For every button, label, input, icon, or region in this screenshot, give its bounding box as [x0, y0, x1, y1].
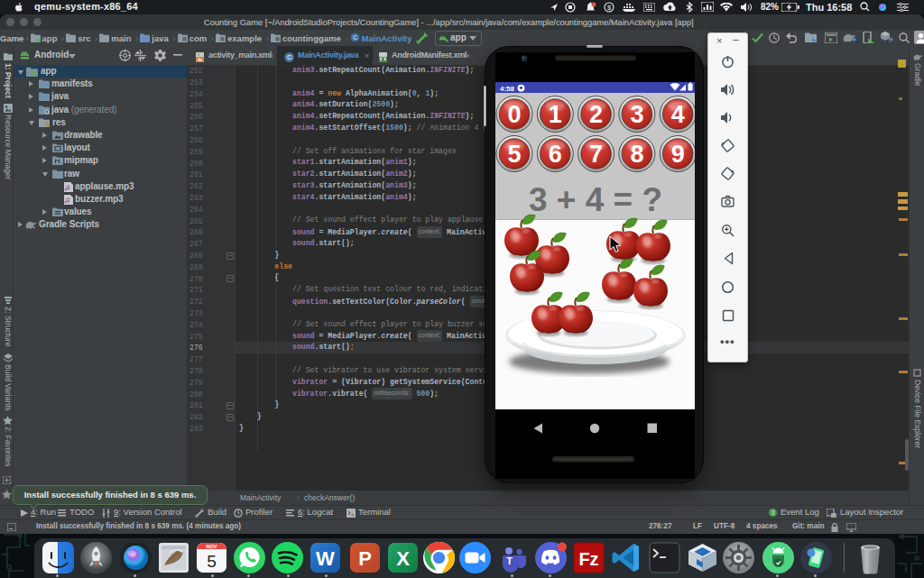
svg-text:W: W [316, 547, 335, 570]
svg-text:4: 4 [671, 101, 685, 128]
svg-text:C: C [353, 34, 357, 41]
svg-text:3 + 4 = ?: 3 + 4 = ? [529, 181, 662, 218]
svg-text:NOV: NOV [207, 544, 217, 549]
svg-text:9: 9 [671, 141, 685, 168]
svg-text:4:58: 4:58 [500, 85, 515, 93]
svg-text:7: 7 [589, 141, 603, 168]
svg-text:3: 3 [630, 101, 643, 128]
svg-text:P: P [358, 547, 372, 570]
svg-text:1: 1 [549, 101, 562, 128]
svg-text:6: 6 [549, 141, 562, 168]
svg-text:2: 2 [589, 101, 603, 128]
svg-text:T: T [506, 555, 513, 566]
svg-text:8: 8 [630, 141, 643, 168]
svg-text:5: 5 [507, 141, 521, 168]
svg-text:Fz: Fz [578, 549, 598, 569]
svg-text:C: C [287, 53, 292, 61]
svg-text:X: X [396, 547, 410, 570]
svg-text:0: 0 [507, 101, 521, 128]
svg-text:$: $ [607, 4, 612, 12]
svg-text:5: 5 [207, 552, 217, 571]
